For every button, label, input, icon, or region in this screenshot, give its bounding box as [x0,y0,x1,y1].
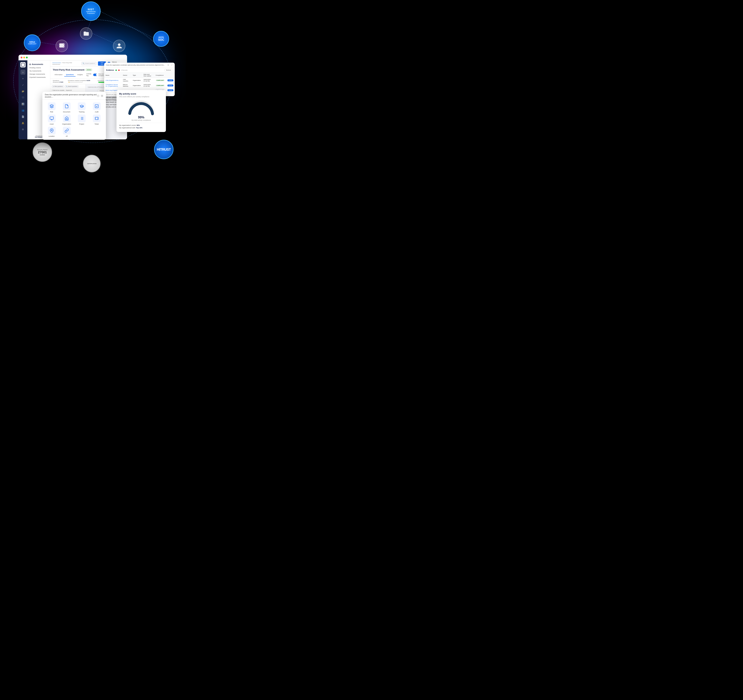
refresh-button[interactable]: Refresh [164,69,173,71]
search-questions[interactable]: 🔍 Search questions [65,85,78,88]
modal-icon-organization [63,114,71,122]
evidence-close-button[interactable]: ✕ [167,64,169,66]
modal-label-training: Training [79,111,84,113]
window-controls [21,57,28,58]
nav-exported-assessments[interactable]: Exported Assessments [27,76,50,79]
modal-item-audit[interactable]: Audit [90,102,103,113]
badge-iso: Security Master 27001 Certified [33,142,52,162]
nav-section-title: Assessments [32,64,43,65]
col-owner: Owner [121,73,131,78]
badge-hitrust: HITRUST [154,140,173,159]
evidence-table: Name Owner Type Date and time added Comp… [104,73,175,93]
col-date: Date and time added [142,73,154,78]
modal-item-ticket[interactable]: Ticket [90,114,103,125]
sidebar-icon-file[interactable]: 📄 [21,114,25,119]
modal-header: Does the organization provide governance… [42,92,106,100]
svg-point-12 [51,130,52,131]
badge-nist: NIST CybersecurityFramework [81,1,101,21]
sidebar-icon-alert[interactable]: 🔔 [21,120,25,126]
minimize-dot[interactable] [23,57,25,58]
modal-minimize-btn[interactable]: − [97,95,99,97]
modal-label-organization: Organization [62,123,71,125]
modal-item-document[interactable]: Document [60,102,73,113]
modal-item-organization[interactable]: Organization [60,114,73,125]
logo-inner [21,63,25,67]
modal-item-asset[interactable]: Asset [45,114,58,125]
tab-questions[interactable]: Questions [64,73,75,77]
tab-information[interactable]: Information [53,73,64,77]
modal-icon-training [78,102,86,110]
filter-button[interactable]: ⊙ Filter questions [52,85,64,88]
sidebar-icon-gear[interactable]: ⚙ [21,127,25,132]
tab-activity-log[interactable]: Activity log [84,72,93,77]
modal-item-location[interactable]: Location [45,127,58,137]
search-icon: 🔍 [83,63,84,64]
stat-answered-value: 17265 [59,81,63,83]
modal-icon-audit [93,102,101,110]
stat-answered: Questions answered 17265 [53,80,65,83]
sidebar-icon-home[interactable]: ⌂ [21,70,25,75]
modal-label-ticket: Ticket [95,123,99,125]
server-icon [56,40,68,52]
nav-pending-actions[interactable]: Pending Actions [27,66,50,70]
modal-item-all[interactable]: All [60,127,73,137]
badge-cert: CERTIFICATION [83,155,101,172]
tab-insights[interactable]: Insights [75,73,84,77]
evidence-toolbar: Evidence 3 Records Refresh [104,68,175,73]
status-dot-red [118,70,120,71]
modify-btn-2[interactable]: Modify [167,84,173,86]
gauge-label: My total activity compliance [132,119,151,121]
breadcrumb-parent[interactable]: Assessments [52,62,61,64]
gauge-svg [127,99,155,115]
mark-all-complete[interactable]: ☐ Mark all as complete [52,90,64,91]
sidebar-icon-shield[interactable]: 🛡 [21,95,25,100]
status-dot-green [115,70,117,71]
activity-subtitle: This score reflects your activity compli… [119,96,163,98]
org-rank: My organizational rank: Top 15% [119,127,163,129]
stat-marked: Questions marked completed 9/255 [68,80,95,83]
modal-item-project[interactable]: Project [75,114,88,125]
col-name: Name [104,73,121,78]
external-link-icon[interactable]: ⤢ [171,64,173,66]
modal-icon-ticket [93,114,101,122]
modal-label-project: Project [79,123,84,125]
compliance-badge-1: COMPLIANT [155,80,165,81]
sidebar-icon-chart[interactable]: 📊 [21,101,25,107]
modify-btn-3[interactable]: Modify [167,89,173,91]
modal-close-btn[interactable]: ✕ [101,95,104,97]
tabs: Information Questions Insights Activity … [53,72,93,77]
evidence-q-text: Does the organization coordinate cyberse… [106,64,166,66]
modal-icon-all [63,127,71,135]
live-compliance-toggle[interactable] [93,74,98,76]
modal-label-audit: Audit [95,111,98,113]
modal-label-document: Document [63,111,70,113]
nav-manage-assessments[interactable]: Manage Assessments [27,73,50,76]
date-2: 04/01/2024 07:42 PM [142,83,154,88]
org-rank-value: Top 15% [136,127,142,129]
close-dot[interactable] [21,57,22,58]
modal-item-training[interactable]: Training [75,102,88,113]
modal-item-risk[interactable]: Risk [45,102,58,113]
org-link-1[interactable]: CAA (Organizations) [105,80,118,81]
org-link-2[interactable]: Compliance Secure Inc. (Organizations) [105,84,118,87]
search-placeholder: Search platform [85,63,95,64]
org-score-value: 98% [136,124,140,126]
progress-fill-marked [69,82,69,83]
modal-grid: Risk Document Training Audit [42,100,106,140]
nav-my-assessments[interactable]: My Assessments [27,70,50,73]
sidebar-icon-folder[interactable]: 📁 [21,89,25,94]
modal-title: Does the organization provide governance… [45,93,97,98]
svg-rect-4 [95,105,98,108]
sidebar-icon-users[interactable]: 👥 [21,108,25,113]
sidebar: ⌂ ≡ ✓ 📁 🛡 📊 👥 📄 🔔 ⚙ [19,60,27,139]
evidence-title: Evidence [106,69,114,71]
maximize-dot[interactable] [26,57,28,58]
col-action [166,73,175,78]
search-box[interactable]: 🔍 Search platform [81,62,96,65]
expand-all[interactable]: Expand All [66,90,72,91]
owner-1: CAA User001 [121,78,131,83]
sidebar-icon-list[interactable]: ≡ [21,76,25,81]
modify-btn-1[interactable]: Modify [167,79,173,81]
svg-rect-5 [50,117,53,119]
sidebar-icon-check[interactable]: ✓ [21,82,25,87]
